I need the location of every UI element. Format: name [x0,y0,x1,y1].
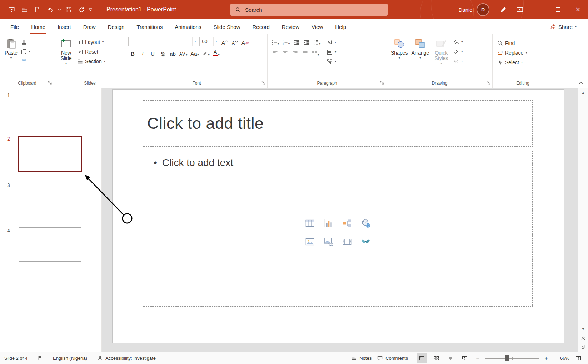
zoom-slider[interactable] [485,355,539,362]
section-button[interactable]: Section▾ [75,57,107,66]
text-shadow-button[interactable]: S [158,48,167,57]
increase-font-size-button[interactable]: A [220,37,229,46]
slide[interactable]: Click to add title • Click to add text [113,90,564,343]
quick-styles-button[interactable]: Quick Styles ▾ [431,36,452,66]
tab-insert[interactable]: Insert [51,19,77,34]
shape-outline-button[interactable]: ▾ [452,47,464,56]
tab-transitions[interactable]: Transitions [130,19,169,34]
avatar[interactable]: D [477,4,489,15]
accessibility-button[interactable]: Accessibility: Investigate [97,355,156,361]
collapse-ribbon-button[interactable] [579,81,583,84]
language-button[interactable]: English (Nigeria) [53,355,87,361]
decrease-indent-button[interactable] [292,37,301,46]
slide-thumbnail-3[interactable] [19,182,81,216]
line-spacing-button[interactable]: ▾ [312,37,322,46]
character-spacing-button[interactable]: AV▾ [178,48,188,57]
scroll-down-button[interactable]: ▼ [578,324,588,333]
paragraph-dialog-launcher[interactable] [380,81,385,85]
normal-view-button[interactable] [417,353,427,363]
search-input[interactable]: Search [230,4,388,16]
justify-button[interactable] [300,48,309,57]
tab-file[interactable]: File [4,19,25,34]
scrollbar-track[interactable] [578,97,588,324]
slide-indicator[interactable]: Slide 2 of 4 [4,355,28,361]
insert-smartart-icon[interactable] [341,217,353,229]
increase-indent-button[interactable] [302,37,311,46]
paste-button[interactable]: Paste ▾ [3,36,19,66]
align-left-button[interactable] [270,48,279,57]
format-painter-button[interactable] [19,57,32,66]
undo-dropdown[interactable] [56,0,62,19]
tab-record[interactable]: Record [246,19,275,34]
scroll-up-button[interactable]: ▲ [578,88,588,97]
select-button[interactable]: Select▾ [495,58,550,67]
font-name-combobox[interactable]: ▾ [128,37,198,46]
reading-view-button[interactable] [445,353,456,363]
columns-button[interactable]: ▾ [310,48,320,57]
copy-button[interactable]: ▾ [19,47,32,56]
save-button[interactable] [62,0,75,19]
insert-3d-model-icon[interactable] [359,217,372,229]
clear-formatting-button[interactable]: A [240,37,250,46]
underline-button[interactable]: U [148,48,157,57]
insert-stock-image-icon[interactable] [322,236,334,248]
zoom-out-button[interactable]: − [474,355,482,362]
undo-button[interactable] [44,0,56,19]
maximize-button[interactable] [548,0,568,19]
tab-slide-show[interactable]: Slide Show [207,19,246,34]
tab-review[interactable]: Review [276,19,305,34]
strikethrough-button[interactable]: ab [168,48,177,57]
slide-thumbnail-1[interactable] [19,92,81,126]
spell-check-button[interactable] [38,355,43,361]
tab-design[interactable]: Design [102,19,131,34]
align-text-button[interactable]: ▾ [325,47,338,56]
notes-button[interactable]: Notes [351,355,372,361]
insert-picture-icon[interactable] [304,236,316,248]
align-center-button[interactable] [280,48,289,57]
zoom-level[interactable]: 66% [554,355,569,361]
insert-table-icon[interactable] [304,217,316,229]
comments-button[interactable]: Comments [377,355,408,361]
bold-button[interactable]: B [128,48,137,57]
previous-slide-button[interactable] [578,333,588,343]
zoom-in-button[interactable]: + [542,355,550,362]
drawing-dialog-launcher[interactable] [487,81,491,85]
layout-button[interactable]: Layout▾ [75,37,107,46]
new-file-button[interactable] [31,0,44,19]
tab-help[interactable]: Help [329,19,352,34]
slide-show-view-button[interactable] [459,353,470,363]
content-placeholder[interactable]: • Click to add text [143,151,533,307]
decrease-font-size-button[interactable]: A [230,37,239,46]
share-button[interactable]: Share ▾ [543,19,584,34]
redo-button[interactable] [75,0,88,19]
close-button[interactable]: × [568,0,588,19]
slide-thumbnail-4[interactable] [19,227,81,262]
font-size-combobox[interactable]: 60 ▾ [199,37,219,46]
font-color-button[interactable]: A▾ [212,48,221,57]
find-button[interactable]: Find [495,39,550,47]
font-dialog-launcher[interactable] [261,81,266,85]
shapes-button[interactable]: Shapes ▾ [389,36,409,66]
insert-chart-icon[interactable] [322,217,334,229]
start-slideshow-button[interactable] [5,0,18,19]
new-slide-button[interactable]: New Slide ▾ [57,36,75,66]
open-file-button[interactable] [18,0,31,19]
bullets-button[interactable]: ▾ [270,37,280,46]
numbering-button[interactable]: ▾ [281,37,291,46]
reset-button[interactable]: Reset [75,47,107,56]
pen-tools-button[interactable] [495,0,512,19]
change-case-button[interactable]: Aa▾ [189,48,200,57]
customize-qat-button[interactable] [88,0,94,19]
insert-icons-icon[interactable] [359,236,372,248]
arrange-button[interactable]: Arrange ▾ [409,36,431,66]
minimize-button[interactable] [528,0,548,19]
title-placeholder[interactable]: Click to add title [143,100,533,147]
cut-button[interactable] [19,37,32,46]
text-direction-button[interactable]: ▾ [325,38,338,47]
shape-fill-button[interactable]: ▾ [452,37,464,46]
fit-slide-to-window-button[interactable] [573,353,584,363]
replace-button[interactable]: Replace▾ [495,48,550,57]
tab-view[interactable]: View [305,19,329,34]
next-slide-button[interactable] [578,343,588,352]
tab-draw[interactable]: Draw [77,19,102,34]
